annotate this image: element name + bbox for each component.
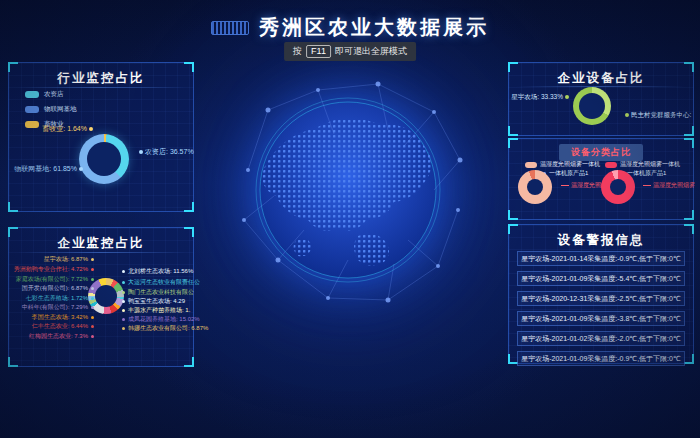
corner-decoration: [8, 62, 18, 72]
legend-label: 温湿度光照烟雾一体机: [540, 160, 600, 169]
legend-sub-label: 一体机原产品1: [543, 169, 588, 178]
alarm-row: 星宇农场-2021-01-09采集温度:-3.8℃,低于下限:0℃: [517, 311, 685, 326]
corner-decoration: [184, 62, 194, 72]
chart-callout: 民主村党群服务中心:: [623, 111, 691, 120]
divider: [17, 87, 185, 88]
corner-decoration: [508, 210, 518, 220]
legend-label: 物联网基地: [44, 105, 77, 114]
legend-swatch: [605, 162, 617, 168]
fullscreen-hint: 按 F11 即可退出全屏模式: [284, 42, 416, 61]
class-right-donut-chart: [601, 170, 635, 204]
divider: [17, 252, 185, 253]
chart-label: 红梅园生态农业: 7.3%: [29, 332, 97, 341]
chart-label: 星宇农场: 6.87%: [44, 255, 97, 264]
panel-enterprise-monitor: 企业监控占比 星宇农场: 6.87% 秀洲鹅鸭专业合作社: 4.72% 家庭农场…: [8, 227, 194, 367]
dashboard: 秀洲区农业大数据展示 按 F11 即可退出全屏模式 行业监控占比 农资店 物联网…: [0, 0, 700, 438]
corner-decoration: [8, 357, 18, 367]
panel-title: 行业监控占比: [9, 63, 193, 87]
chart-label: 七彩生态养殖场: 1.72%: [26, 294, 97, 303]
corner-decoration: [684, 126, 694, 136]
corner-decoration: [508, 62, 518, 72]
alarm-row: 星宇农场-2021-01-02采集温度:-2.0℃,低于下限:0℃: [517, 331, 685, 346]
divider: [517, 86, 685, 87]
panel-title: 设备分类占比: [559, 144, 643, 161]
chart-label: 鸭宝宝生态农场: 4.29: [119, 297, 185, 306]
panel-industry-monitor: 行业监控占比 农资店 物联网基地 畜牧业 畜牧业: 1.64% 农资店: 36.…: [8, 62, 194, 212]
legend-item: 农资店: [25, 90, 77, 99]
brand-logo-icon: [211, 21, 249, 35]
page-title: 秀洲区农业大数据展示: [259, 14, 489, 41]
legend-item: 温湿度光照烟雾一体机: [525, 160, 600, 169]
f11-key-icon: F11: [306, 45, 331, 58]
panel-enterprise-device: 企业设备占比 星宇农场: 33.33% 民主村党群服务中心:: [508, 62, 694, 136]
corner-decoration: [8, 227, 18, 237]
corner-decoration: [184, 227, 194, 237]
alarm-row: 星宇农场-2021-01-09采集温度:-5.4℃,低于下限:0℃: [517, 271, 685, 286]
corner-decoration: [684, 62, 694, 72]
legend-swatch: [525, 162, 537, 168]
legend-swatch: [25, 91, 39, 98]
chart-label: 北刘桥生态农场: 11.56%: [119, 267, 193, 276]
alarm-row: 星宇农场-2020-12-31采集温度:-2.5℃,低于下限:0℃: [517, 291, 685, 306]
corner-decoration: [684, 210, 694, 220]
alarm-row: 星宇农场-2021-01-14采集温度:-0.9℃,低于下限:0℃: [517, 251, 685, 266]
legend-item: 温湿度光照烟雾一体机: [605, 160, 680, 169]
legend-label: 温湿度光照烟雾一体机: [620, 160, 680, 169]
chart-callout: 星宇农场: 33.33%: [511, 93, 571, 102]
globe-visualization: [208, 50, 488, 330]
hint-suffix: 即可退出全屏模式: [335, 45, 407, 58]
chart-callout: 温湿度光照烟雾一…: [643, 181, 695, 190]
chart-callout: 畜牧业: 1.64%: [23, 124, 95, 134]
device-donut-chart: [573, 87, 611, 125]
chart-label: 中科年(有限公司): 7.29%: [22, 303, 97, 312]
hint-prefix: 按: [293, 45, 302, 58]
chart-label: 家庭农场(有限公司): 7.72%: [16, 275, 97, 284]
legend-label: 农资店: [44, 90, 64, 99]
corner-decoration: [508, 138, 518, 148]
corner-decoration: [508, 224, 518, 234]
panel-device-classification: 设备分类占比 温湿度光照烟雾一体机 一体机原产品1 温湿度光照烟雾一… 温湿度光…: [508, 138, 694, 220]
chart-label: 大运河生态牧业有限责任公: [119, 278, 200, 287]
chart-callout: 物联网基地: 61.85%: [13, 164, 85, 174]
chart-label: 韩娜生态农业有限公司: 6.87%: [119, 324, 208, 333]
panel-device-alarms: 设备警报信息 星宇农场-2021-01-14采集温度:-0.9℃,低于下限:0℃…: [508, 224, 694, 364]
chart-callout: 农资店: 36.57%: [137, 147, 194, 157]
panel-title: 企业监控占比: [9, 228, 193, 252]
chart-label: 李国生态农场: 3.42%: [32, 313, 97, 322]
legend-item: 物联网基地: [25, 105, 77, 114]
chart-label: 丰源水产种苗养殖场: 1.: [119, 306, 190, 315]
chart-label: 秀洲鹅鸭专业合作社: 4.72%: [14, 265, 97, 274]
class-left-donut-chart: [518, 170, 552, 204]
chart-label: 仁丰生态农业: 6.44%: [32, 322, 97, 331]
alarm-list: 星宇农场-2021-01-14采集温度:-0.9℃,低于下限:0℃ 星宇农场-2…: [517, 251, 685, 366]
alarm-row: 星宇农场-2021-01-09采集温度:-0.9℃,低于下限:0℃: [517, 351, 685, 366]
corner-decoration: [684, 138, 694, 148]
chart-label: 国开发(有限公司): 6.87%: [22, 284, 97, 293]
corner-decoration: [684, 224, 694, 234]
chart-label: 陶门生态农业科技有限公: [119, 288, 194, 297]
corner-decoration: [184, 357, 194, 367]
corner-decoration: [8, 202, 18, 212]
corner-decoration: [684, 354, 694, 364]
header: 秀洲区农业大数据展示: [0, 14, 700, 41]
industry-donut-chart: [79, 134, 129, 184]
corner-decoration: [184, 202, 194, 212]
corner-decoration: [508, 126, 518, 136]
panel-title: 企业设备占比: [509, 63, 693, 87]
chart-label: 成凤花园养殖基地: 15.02%: [119, 315, 200, 324]
panel-title: 设备警报信息: [509, 225, 693, 249]
legend-swatch: [25, 106, 39, 113]
